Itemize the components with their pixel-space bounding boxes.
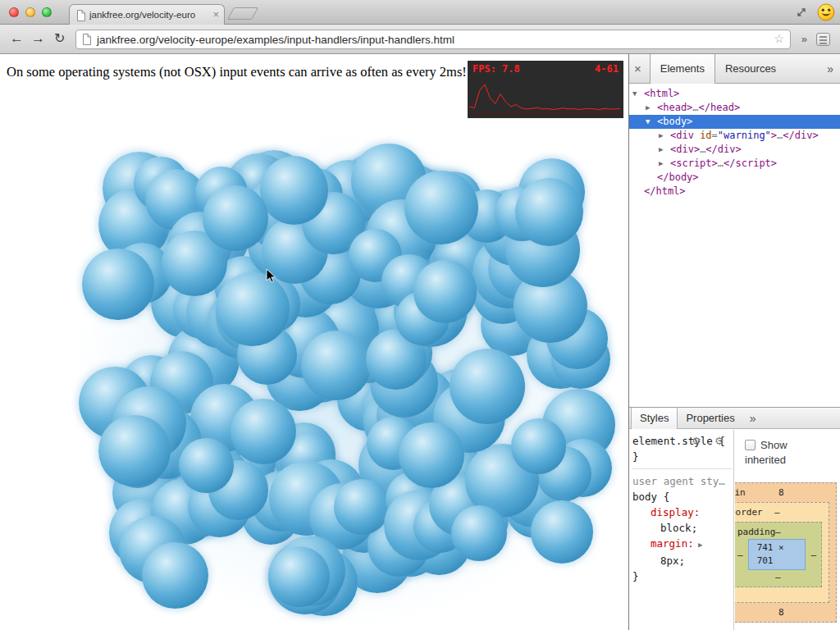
gear-icon[interactable]: ⚙ [692,435,701,447]
dom-tree-row[interactable]: ▶<div>…</div> [629,143,840,157]
collapse-icon[interactable]: ▼ [646,115,650,129]
ball [301,331,371,400]
expand-icon[interactable]: ▶ [659,157,663,171]
ball [413,260,476,322]
close-window-button[interactable] [9,7,19,17]
fps-value: FPS: 7.8 [472,63,520,75]
window-titlebar[interactable]: jankfree.org/velocity-euro × [0,0,840,25]
browser-window: jankfree.org/velocity-euro × ← → ↻ jankf… [0,0,840,630]
page-viewport[interactable]: On some operating systems (not OSX) inpu… [0,54,628,630]
tab-title: jankfree.org/velocity-euro [89,10,206,20]
tab-label: Styles [640,412,669,424]
expand-icon[interactable]: ▶ [659,143,663,157]
padding-bottom-value: – [775,568,781,587]
ball [404,171,478,244]
tab-label: Resources [725,62,776,75]
balls-canvas[interactable] [0,54,628,630]
expand-icon[interactable]: ▶ [659,129,663,143]
ball [515,178,583,246]
more-panels-icon[interactable]: » [827,62,833,75]
page-warning-text: On some operating systems (not OSX) inpu… [7,64,467,80]
fps-header: FPS: 7.8 4-61 [468,61,623,75]
dom-tree-row[interactable]: </body> [629,171,840,185]
fps-sparkline [468,76,623,116]
url-text[interactable]: jankfree.org/velocity-europe/examples/in… [97,34,454,46]
ball [450,349,525,424]
show-inherited-checkbox[interactable] [745,440,756,450]
tab-styles[interactable]: Styles [631,408,678,429]
dom-tree-row[interactable]: ▼<html> [629,87,840,101]
mouse-cursor [266,268,277,284]
ball [231,399,296,464]
style-rule-line[interactable]: } [632,449,732,464]
browser-toolbar: ← → ↻ jankfree.org/velocity-europe/examp… [0,25,840,54]
margin-bottom-value: 8 [778,603,784,622]
menu-icon[interactable] [816,33,830,46]
minimize-window-button[interactable] [25,7,35,17]
rules-divider [632,468,732,469]
expand-icon[interactable]: ▶ [646,101,650,115]
show-inherited-row: Show inherited [745,438,820,468]
box-model-border: border – padding – [735,502,829,603]
box-model-view: margin 8 border – [735,482,840,630]
padding-right-value: – [810,550,816,560]
style-rule-line[interactable]: 8px; [632,553,732,568]
style-rule-line[interactable]: display: [632,504,732,520]
dom-tree-row[interactable]: </html> [629,185,840,199]
page-favicon-icon [76,10,86,21]
devtools-panel: × Elements Resources » ▼<html>▶<head>…</… [628,54,840,630]
styles-rules: element.style {}user agent sty…body {dis… [629,430,734,630]
ball [268,546,330,608]
styles-pane-tabs: Styles Properties » [629,408,840,429]
box-model-margin: margin 8 border – [735,482,837,623]
fullscreen-expand-icon[interactable] [796,7,807,18]
more-tabs-icon[interactable]: » [750,412,756,425]
style-rule-line[interactable]: margin: ▶ [632,536,732,553]
box-model[interactable]: margin 8 border – [735,482,837,623]
margin-top-value: 8 [778,483,784,502]
smiley-avatar-icon[interactable] [817,3,835,21]
dom-tree-row[interactable]: ▶<script>…</script> [629,157,840,171]
style-rule-line[interactable]: } [632,568,732,584]
window-content: On some operating systems (not OSX) inpu… [0,54,840,630]
margin-label: margin [735,483,746,502]
back-button[interactable]: ← [10,30,24,47]
reload-button[interactable]: ↻ [54,30,65,46]
forward-button[interactable]: → [31,30,45,47]
ball [82,249,154,321]
style-rule-line[interactable]: user agent sty… [632,473,732,489]
tab-resources[interactable]: Resources [715,54,786,84]
tab-label: Properties [686,412,734,424]
browser-tab[interactable]: jankfree.org/velocity-euro × [69,4,225,25]
border-top-value: – [774,503,780,522]
close-devtools-icon[interactable]: × [634,62,641,75]
tab-properties[interactable]: Properties [678,408,742,429]
styles-pane: Styles Properties » element.style {}user… [629,407,840,630]
padding-top-value: – [775,523,781,541]
style-rule-line[interactable]: block; [632,520,732,536]
ball [216,272,290,346]
fps-trace [469,84,620,110]
new-tab-button[interactable] [227,7,258,20]
ball [511,418,567,474]
toolbar-overflow-icon[interactable]: » [801,33,807,45]
ball [260,156,329,225]
dom-tree: ▼<html>▶<head>…</head>▼<body>▶<div id="w… [629,84,840,407]
gear-icon[interactable]: ⚙ [714,435,724,447]
border-label: border [735,503,763,522]
ball [98,415,171,487]
dom-tree-row[interactable]: ▶<head>…</head> [629,101,840,115]
zoom-window-button[interactable] [42,7,52,17]
ball [203,185,269,252]
dom-tree-row[interactable]: ▶<div id="warning">…</div> [629,129,840,143]
tab-close-icon[interactable]: × [212,8,219,21]
tab-elements[interactable]: Elements [650,54,715,84]
ball [142,542,208,609]
collapse-icon[interactable]: ▼ [632,87,637,101]
bookmark-star-icon[interactable]: ☆ [774,32,784,45]
address-bar[interactable]: jankfree.org/velocity-europe/examples/in… [75,30,791,49]
page-icon [82,34,92,45]
styles-pane-body: element.style {}user agent sty…body {dis… [629,430,840,630]
style-rule-line[interactable]: body { [632,489,732,504]
dom-tree-row[interactable]: ▼<body> [629,115,840,129]
